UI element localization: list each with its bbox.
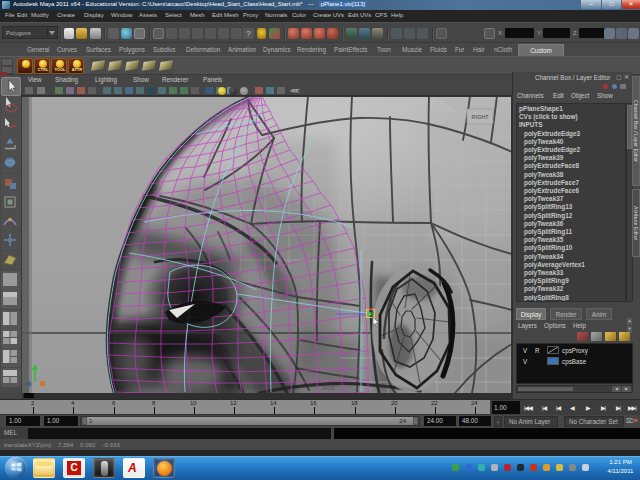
svg-text:RIGHT: RIGHT xyxy=(471,114,489,120)
svg-text:side: side xyxy=(322,384,335,391)
